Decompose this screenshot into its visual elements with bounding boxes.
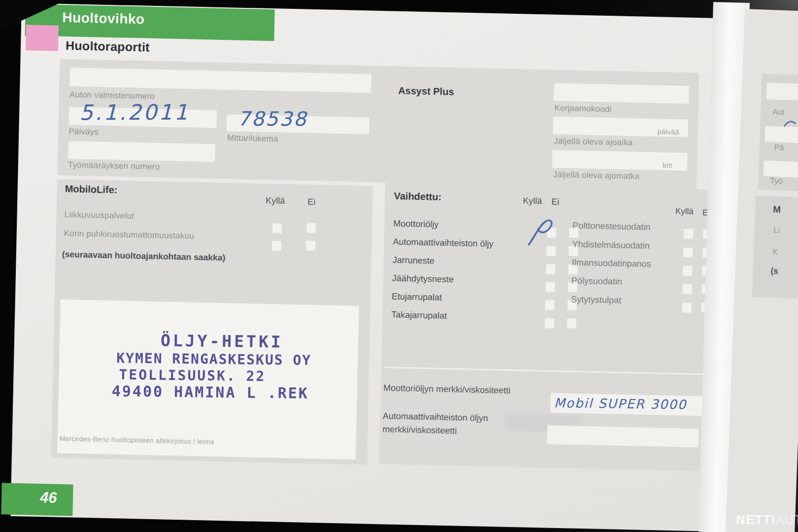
checkbox-air-filter-yes (683, 266, 692, 275)
next-page-frag-korin: K (773, 247, 778, 256)
changed-row-label: Automaattivaihteiston öljy (393, 237, 494, 249)
remaining-time-unit: päivää (657, 127, 679, 136)
checkbox-front-pads-yes (545, 300, 555, 310)
next-page-field (764, 161, 798, 178)
watermark-light: AUTO (775, 512, 798, 527)
checkbox-spark-plugs-yes (682, 302, 692, 312)
date-label: Päiväys (68, 127, 99, 137)
stamp-line-3: TEOLLISUUSK. 22 (119, 366, 266, 384)
book-title: Huoltovihko (62, 10, 145, 28)
remaining-time-label: Jäljellä oleva ajoaika (554, 136, 633, 148)
page-number: 46 (40, 489, 57, 507)
checkbox-rear-pads-no (567, 318, 576, 328)
page-title: Huoltoraportit (66, 38, 150, 55)
watermark-bold: NETTI (736, 512, 775, 527)
next-page-field (765, 126, 798, 143)
filters-yes-header: Kyllä (675, 206, 694, 217)
next-page-frag-date: Pä (774, 143, 784, 152)
vin-field (69, 67, 371, 93)
checkbox-rear-pads-yes (545, 318, 554, 328)
changed-yes-header: Kyllä (523, 196, 542, 206)
changed-row-label: Takajarrupalat (391, 310, 447, 321)
work-order-label: Työmääräyksen numero (68, 160, 160, 172)
handwritten-odometer: 78538 (237, 107, 307, 131)
remaining-distance-label: Jäljellä oleva ajomatka (553, 170, 639, 182)
checkbox-coolant-yes (545, 282, 555, 292)
assyst-plus-title: Assyst Plus (398, 85, 454, 98)
next-page-frag-mobilolife: M (773, 204, 781, 215)
handwritten-checkmark (526, 218, 558, 247)
changed-no-header: Ei (551, 197, 559, 207)
mobilolife-no-header: Ei (307, 197, 315, 207)
filter-row-label: Pölysuodatin (571, 275, 623, 287)
stamp-line-2: KYMEN RENGASKESKUS OY (116, 350, 311, 368)
changed-row-label: Jarruneste (393, 255, 434, 266)
filter-row-label: Sytytystulpat (571, 294, 621, 305)
checkbox-mobility-no (306, 223, 316, 233)
changed-row-label: Jäähdytysneste (392, 273, 454, 285)
filter-row-label: Yhdistelmäsuodatin (572, 239, 650, 251)
workshop-code-field (554, 83, 689, 104)
filter-row-label: Ilmansuodatinpanos (572, 257, 652, 269)
work-order-field (68, 141, 215, 162)
stamp-line-1: ÖLJY-HETKI (161, 331, 283, 352)
checkbox-combo-filter-yes (683, 247, 693, 257)
odometer-label: Mittarilukema (227, 133, 278, 144)
transmission-oil-field (547, 425, 699, 447)
pink-tab (26, 25, 59, 51)
changed-row-label: Moottoriöljy (393, 219, 438, 230)
handwritten-date: 5.1.2011 (79, 100, 190, 125)
nettiauto-watermark: NETTIAUTO (736, 512, 798, 528)
next-page-frag-work: Työ (770, 176, 783, 186)
workshop-code-label: Korjaamokoodi (554, 103, 611, 115)
remaining-distance-unit: km (663, 161, 672, 169)
changed-title: Vaihdettu: (394, 191, 441, 203)
next-page-frag-vin: Aut (772, 107, 785, 117)
next-page-field (766, 83, 798, 101)
checkbox-rust-warranty-no (306, 241, 315, 251)
stamp-line-4: 49400 HAMINA L .REK (112, 382, 309, 402)
transmission-oil-label-2: merkki/viskositeetti (382, 424, 457, 436)
handwritten-oil-brand: Mobil SUPER 3000 (554, 396, 687, 412)
checkbox-brake-fluid-yes (546, 264, 555, 274)
mobilolife-yes-header: Kyllä (266, 196, 285, 206)
checkbox-mobility-yes (272, 223, 282, 233)
mobilolife-note: (seuraavaan huoltoajankohtaan saakka) (62, 249, 226, 263)
checkbox-fuel-filter-yes (684, 229, 693, 238)
next-page-frag-note: (s (770, 266, 778, 276)
photo-scene: Huoltovihko Huoltoraportit Auton valmist… (0, 0, 798, 532)
page-number-tab: 46 (1, 483, 73, 516)
checkbox-dust-filter-yes (682, 284, 692, 294)
service-book-page: Huoltovihko Huoltoraportit Auton valmist… (10, 3, 726, 532)
checkbox-rust-warranty-yes (272, 241, 281, 251)
next-page-frag-liikkuvuus: Li (773, 226, 780, 234)
changed-row-label: Etujarrupalat (392, 292, 442, 303)
mobilolife-row-label: Korin puhkiruostumattomuustakuu (64, 229, 195, 241)
checkbox-transmission-oil-yes (546, 246, 556, 256)
mobilolife-title: MobiloLife: (65, 183, 118, 196)
filter-row-label: Polttonestesuodatin (572, 221, 651, 233)
mobilolife-row-label: Liikkuvuuspalvelut (64, 210, 134, 221)
